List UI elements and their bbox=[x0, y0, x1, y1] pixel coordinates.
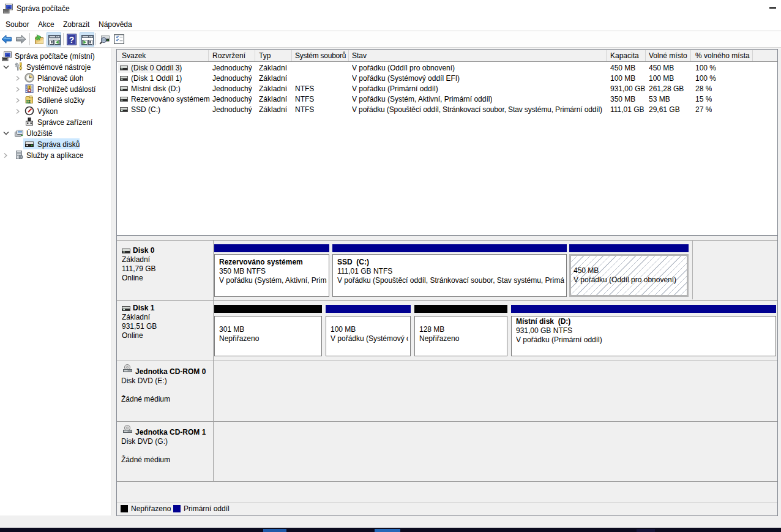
svg-text:?: ? bbox=[69, 35, 75, 45]
